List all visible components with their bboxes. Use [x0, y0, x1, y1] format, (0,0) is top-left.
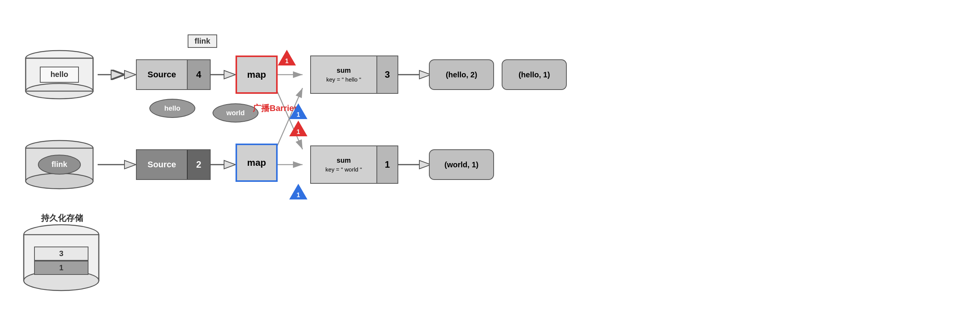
svg-text:1: 1 [59, 263, 63, 272]
svg-text:hello: hello [51, 70, 69, 78]
result-world1: (world, 1) [429, 149, 494, 180]
diagram: flink hello flink Source 4 [0, 0, 980, 330]
sum1-number: 3 [376, 56, 398, 93]
source2-label: Source [137, 150, 187, 179]
sum2-content: sum key = " world " [311, 146, 376, 183]
svg-marker-16 [124, 160, 136, 169]
triangle-badge-2: 1 [289, 103, 308, 121]
source1-number: 4 [187, 60, 210, 89]
svg-marker-4 [124, 70, 136, 79]
storage-label: 持久化存储 [24, 212, 100, 224]
source1-box: Source 4 [136, 59, 211, 90]
svg-text:flink: flink [51, 160, 67, 168]
flink-cylinder: flink [23, 140, 96, 190]
oval-hello: hello [149, 99, 195, 118]
triangle-badge-4: 1 [289, 184, 308, 201]
triangle-badge-1: 1 [278, 50, 296, 67]
sum1-box: sum key = " hello " 3 [310, 56, 398, 94]
svg-marker-18 [224, 160, 236, 169]
svg-text:1: 1 [285, 58, 289, 64]
map2-box: map [236, 144, 278, 182]
storage-cylinder: 3 1 [21, 224, 101, 294]
svg-text:1: 1 [297, 111, 300, 118]
oval-world: world [213, 103, 258, 123]
flink-label-above: flink [188, 34, 217, 48]
svg-marker-6 [224, 70, 236, 79]
sum1-content: sum key = " hello " [311, 56, 376, 93]
result-hello2: (hello, 2) [429, 59, 494, 90]
result-hello1: (hello, 1) [502, 59, 567, 90]
source2-box: Source 2 [136, 149, 211, 180]
svg-point-27 [26, 173, 93, 189]
sum2-number: 1 [376, 146, 398, 183]
source1-label: Source [137, 60, 187, 89]
triangle-badge-3: 1 [289, 121, 308, 138]
svg-text:1: 1 [297, 192, 300, 198]
source2-number: 2 [187, 150, 210, 179]
hello-cylinder: hello [23, 50, 96, 100]
sum2-box: sum key = " world " 1 [310, 145, 398, 184]
map1-box: map [236, 56, 278, 94]
svg-text:1: 1 [297, 129, 300, 135]
svg-text:3: 3 [59, 249, 63, 258]
